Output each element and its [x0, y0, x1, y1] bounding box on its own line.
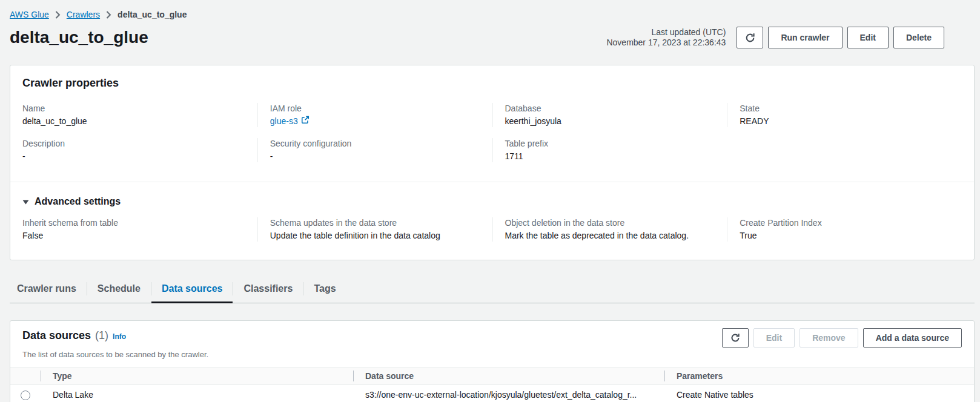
- field-table-prefix-label: Table prefix: [505, 138, 715, 149]
- cell-type: Delta Lake: [41, 385, 353, 402]
- column-header-data-source-label: Data source: [365, 371, 414, 381]
- tab-crawler-runs[interactable]: Crawler runs: [10, 277, 87, 303]
- external-link-icon: [301, 115, 310, 127]
- add-data-source-button[interactable]: Add a data source: [863, 328, 962, 348]
- field-description-label: Description: [22, 138, 245, 149]
- iam-role-link[interactable]: glue-s3: [270, 115, 310, 127]
- crawler-properties-grid: Name delta_uc_to_glue IAM role glue-s3: [22, 103, 962, 162]
- field-database-label: Database: [505, 103, 715, 114]
- data-sources-edit-button[interactable]: Edit: [753, 328, 795, 348]
- data-sources-remove-button[interactable]: Remove: [800, 328, 858, 348]
- column-divider: [41, 371, 41, 381]
- iam-role-link-text: glue-s3: [270, 115, 298, 127]
- field-inherit-schema-label: Inherit schema from table: [22, 217, 245, 228]
- table-header-row: Type Data source Parameters: [10, 367, 974, 385]
- breadcrumb-current: delta_uc_to_glue: [118, 8, 187, 21]
- last-updated: Last updated (UTC) November 17, 2023 at …: [606, 27, 726, 48]
- column-divider: [353, 371, 354, 381]
- crawler-properties-title: Crawler properties: [22, 76, 962, 90]
- field-object-deletion-value: Mark the table as deprecated in the data…: [505, 229, 715, 242]
- field-security-configuration-label: Security configuration: [270, 138, 480, 149]
- data-sources-header: Data sources (1) Info Edit Remove Add a …: [10, 321, 974, 348]
- breadcrumb: AWS Glue Crawlers delta_uc_to_glue: [0, 0, 980, 21]
- cell-data-source: s3://one-env-uc-external-location/kjosyu…: [353, 385, 664, 402]
- row-select-radio[interactable]: [21, 390, 30, 400]
- field-table-prefix-value: 1711: [505, 150, 715, 162]
- breadcrumb-link-aws-glue[interactable]: AWS Glue: [10, 8, 49, 21]
- advanced-settings-title: Advanced settings: [35, 196, 121, 208]
- column-divider: [664, 371, 665, 381]
- data-sources-actions: Edit Remove Add a data source: [722, 328, 962, 348]
- run-crawler-button[interactable]: Run crawler: [768, 27, 842, 48]
- data-sources-count: (1): [95, 328, 108, 343]
- column-header-parameters: Parameters: [664, 367, 974, 385]
- column-header-parameters-label: Parameters: [677, 371, 723, 381]
- breadcrumb-link-crawlers[interactable]: Crawlers: [67, 8, 100, 21]
- caret-down-icon: [22, 196, 29, 208]
- column-header-type: Type: [41, 367, 353, 385]
- page-actions: Last updated (UTC) November 17, 2023 at …: [606, 27, 944, 48]
- refresh-button[interactable]: [737, 27, 763, 48]
- field-table-prefix: Table prefix 1711: [492, 138, 727, 162]
- field-object-deletion: Object deletion in the data store Mark t…: [492, 217, 727, 242]
- field-iam-role: IAM role glue-s3: [257, 103, 492, 127]
- page-header: delta_uc_to_glue Last updated (UTC) Nove…: [10, 27, 944, 48]
- table-row: Delta Lake s3://one-env-uc-external-loca…: [10, 385, 974, 402]
- column-header-data-source: Data source: [353, 367, 664, 385]
- page-title: delta_uc_to_glue: [10, 28, 148, 47]
- data-sources-table: Type Data source Parameters Delta Lake s…: [10, 367, 974, 402]
- crawler-properties-panel: Crawler properties Name delta_uc_to_glue…: [10, 65, 975, 260]
- field-object-deletion-label: Object deletion in the data store: [505, 217, 715, 228]
- field-empty: [727, 138, 962, 162]
- tab-bar: Crawler runs Schedule Data sources Class…: [10, 277, 975, 303]
- properties-divider: [10, 182, 974, 182]
- field-partition-index-label: Create Partition Index: [740, 217, 950, 228]
- refresh-icon: [745, 33, 755, 43]
- last-updated-value: November 17, 2023 at 22:36:43: [606, 38, 726, 48]
- column-header-type-label: Type: [53, 371, 72, 381]
- field-state: State READY: [727, 103, 962, 127]
- data-sources-title: Data sources: [22, 328, 91, 343]
- field-name: Name delta_uc_to_glue: [22, 103, 257, 127]
- chevron-right-icon: [55, 11, 61, 19]
- field-schema-updates-label: Schema updates in the data store: [270, 217, 480, 228]
- field-security-configuration-value: -: [270, 150, 480, 162]
- field-state-label: State: [740, 103, 950, 114]
- field-inherit-schema: Inherit schema from table False: [22, 217, 257, 242]
- field-iam-role-label: IAM role: [270, 103, 480, 114]
- advanced-settings-toggle[interactable]: Advanced settings: [22, 196, 121, 208]
- last-updated-label: Last updated (UTC): [606, 27, 726, 38]
- cell-parameters: Create Native tables: [664, 385, 974, 402]
- data-sources-refresh-button[interactable]: [722, 328, 749, 348]
- selection-column-header: [10, 367, 41, 385]
- tab-tags[interactable]: Tags: [303, 277, 346, 303]
- data-sources-description: The list of data sources to be scanned b…: [10, 349, 974, 360]
- data-sources-panel: Data sources (1) Info Edit Remove Add a …: [10, 320, 975, 402]
- info-link[interactable]: Info: [113, 329, 126, 344]
- field-partition-index-value: True: [740, 229, 950, 242]
- field-name-value: delta_uc_to_glue: [22, 115, 245, 127]
- field-database: Database keerthi_josyula: [492, 103, 727, 127]
- field-name-label: Name: [22, 103, 245, 114]
- field-state-value: READY: [740, 115, 950, 127]
- field-schema-updates: Schema updates in the data store Update …: [257, 217, 492, 242]
- field-partition-index: Create Partition Index True: [727, 217, 962, 242]
- field-schema-updates-value: Update the table definition in the data …: [270, 229, 480, 242]
- refresh-icon: [730, 333, 740, 343]
- advanced-settings-grid: Inherit schema from table False Schema u…: [22, 217, 962, 242]
- field-inherit-schema-value: False: [22, 229, 245, 242]
- tab-classifiers[interactable]: Classifiers: [233, 277, 303, 303]
- tab-schedule[interactable]: Schedule: [87, 277, 151, 303]
- field-description-value: -: [22, 150, 245, 162]
- field-description: Description -: [22, 138, 257, 162]
- tab-data-sources[interactable]: Data sources: [151, 277, 233, 303]
- delete-button[interactable]: Delete: [893, 27, 944, 48]
- field-security-configuration: Security configuration -: [257, 138, 492, 162]
- chevron-right-icon: [106, 11, 111, 19]
- edit-button[interactable]: Edit: [847, 27, 889, 48]
- field-database-value: keerthi_josyula: [505, 115, 715, 127]
